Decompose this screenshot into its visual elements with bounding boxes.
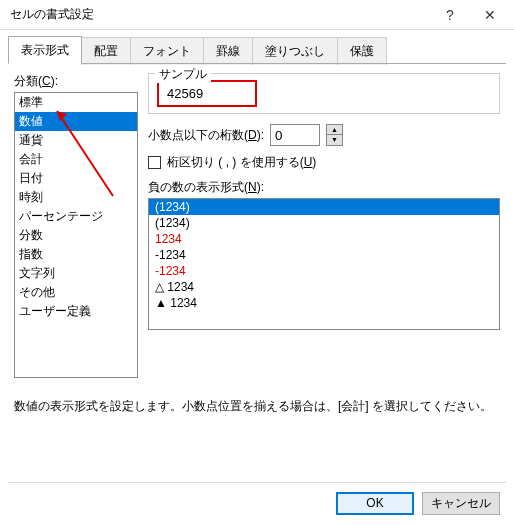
help-note: 数値の表示形式を設定します。小数点位置を揃える場合は、[会計] を選択してくださ…	[0, 398, 514, 415]
list-item[interactable]: 指数	[15, 245, 137, 264]
dialog-title: セルの書式設定	[10, 6, 430, 23]
category-label: 分類(C):	[14, 73, 138, 90]
thousands-sep-label: 桁区切り ( , ) を使用する(U)	[167, 154, 316, 171]
decimals-label: 小数点以下の桁数(D):	[148, 127, 264, 144]
list-item[interactable]: -1234	[149, 247, 499, 263]
help-button[interactable]: ?	[430, 1, 470, 29]
list-item[interactable]: 文字列	[15, 264, 137, 283]
spin-down-icon[interactable]: ▼	[327, 135, 342, 145]
sample-value: 42569	[157, 80, 257, 107]
tab-0[interactable]: 表示形式	[8, 36, 82, 64]
cancel-button[interactable]: キャンセル	[422, 492, 500, 515]
list-item[interactable]: -1234	[149, 263, 499, 279]
decimals-spinner[interactable]: ▲ ▼	[326, 124, 343, 146]
list-item[interactable]: 1234	[149, 231, 499, 247]
tab-5[interactable]: 保護	[337, 37, 387, 65]
list-item[interactable]: (1234)	[149, 215, 499, 231]
list-item[interactable]: 会計	[15, 150, 137, 169]
thousands-sep-checkbox[interactable]	[148, 156, 161, 169]
list-item[interactable]: 数値	[15, 112, 137, 131]
decimals-input[interactable]	[270, 124, 320, 146]
tab-2[interactable]: フォント	[130, 37, 204, 65]
tab-1[interactable]: 配置	[81, 37, 131, 65]
footer: OK キャンセル	[336, 492, 500, 515]
list-item[interactable]: 時刻	[15, 188, 137, 207]
list-item[interactable]: 日付	[15, 169, 137, 188]
list-item[interactable]: 分数	[15, 226, 137, 245]
spin-up-icon[interactable]: ▲	[327, 125, 342, 135]
list-item[interactable]: ▲ 1234	[149, 295, 499, 311]
category-list[interactable]: 標準数値通貨会計日付時刻パーセンテージ分数指数文字列その他ユーザー定義	[14, 92, 138, 378]
ok-button[interactable]: OK	[336, 492, 414, 515]
list-item[interactable]: (1234)	[149, 199, 499, 215]
list-item[interactable]: その他	[15, 283, 137, 302]
list-item[interactable]: パーセンテージ	[15, 207, 137, 226]
tab-3[interactable]: 罫線	[203, 37, 253, 65]
negative-format-list[interactable]: (1234)(1234)1234-1234-1234△ 1234▲ 1234	[148, 198, 500, 330]
list-item[interactable]: 通貨	[15, 131, 137, 150]
close-button[interactable]: ✕	[470, 1, 510, 29]
negative-format-label: 負の数の表示形式(N):	[148, 179, 500, 196]
titlebar: セルの書式設定 ? ✕	[0, 0, 514, 30]
list-item[interactable]: △ 1234	[149, 279, 499, 295]
list-item[interactable]: 標準	[15, 93, 137, 112]
list-item[interactable]: ユーザー定義	[15, 302, 137, 321]
sample-box: サンプル 42569	[148, 73, 500, 114]
tab-bar: 表示形式配置フォント罫線塗りつぶし保護	[0, 30, 514, 64]
sample-label: サンプル	[155, 66, 211, 83]
tab-4[interactable]: 塗りつぶし	[252, 37, 338, 65]
